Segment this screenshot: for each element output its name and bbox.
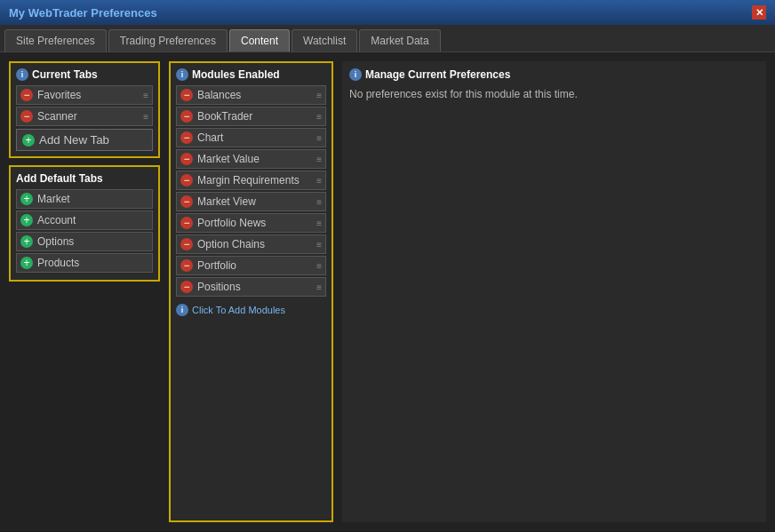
remove-positions-icon[interactable]: − [180, 281, 193, 293]
module-portfolio[interactable]: − Portfolio ≡ [176, 256, 326, 275]
remove-scanner-icon[interactable]: − [20, 110, 33, 123]
booktrader-drag[interactable]: ≡ [316, 112, 322, 122]
market-view-drag[interactable]: ≡ [316, 197, 322, 207]
balances-label: Balances [197, 89, 241, 101]
tabs-bar: Site Preferences Trading Preferences Con… [0, 25, 775, 52]
products-label: Products [37, 257, 79, 269]
market-label: Market [37, 193, 70, 205]
positions-drag[interactable]: ≡ [316, 282, 322, 292]
click-add-info-icon: i [176, 304, 188, 316]
remove-margin-icon[interactable]: − [180, 174, 193, 187]
margin-requirements-label: Margin Requirements [197, 174, 300, 187]
portfolio-drag[interactable]: ≡ [316, 261, 322, 271]
module-chart[interactable]: − Chart ≡ [176, 128, 326, 147]
chart-drag[interactable]: ≡ [316, 133, 322, 143]
modules-title: Modules Enabled [192, 68, 280, 81]
module-option-chains[interactable]: − Option Chains ≡ [176, 234, 326, 254]
module-portfolio-news[interactable]: − Portfolio News ≡ [176, 213, 326, 233]
booktrader-label: BookTrader [197, 110, 252, 123]
tab-content[interactable]: Content [229, 29, 290, 52]
modules-enabled-header: i Modules Enabled [176, 68, 326, 81]
favorites-drag-handle[interactable]: ≡ [143, 91, 148, 100]
balances-drag[interactable]: ≡ [316, 91, 322, 100]
add-market-icon[interactable]: + [20, 193, 33, 205]
add-account-icon[interactable]: + [20, 214, 33, 226]
remove-option-chains-icon[interactable]: − [180, 238, 193, 250]
portfolio-label: Portfolio [197, 259, 236, 272]
options-label: Options [37, 235, 74, 248]
module-market-view[interactable]: − Market View ≡ [176, 192, 326, 211]
module-market-value[interactable]: − Market Value ≡ [176, 149, 326, 169]
add-new-tab-button[interactable]: + Add New Tab [16, 129, 153, 151]
manage-preferences-header: i Manage Current Preferences [349, 68, 759, 81]
click-add-label: Click To Add Modules [192, 305, 285, 315]
tab-item-scanner[interactable]: − Scanner ≡ [16, 107, 153, 126]
scanner-drag-handle[interactable]: ≡ [143, 112, 148, 122]
option-chains-label: Option Chains [197, 238, 265, 250]
remove-booktrader-icon[interactable]: − [180, 110, 193, 123]
manage-preferences-title: Manage Current Preferences [365, 68, 510, 81]
module-positions[interactable]: − Positions ≡ [176, 277, 326, 297]
add-options-icon[interactable]: + [20, 235, 33, 248]
portfolio-news-label: Portfolio News [197, 217, 266, 229]
current-tabs-section: i Current Tabs − Favorites ≡ − Scanner ≡ [9, 61, 160, 158]
chart-label: Chart [197, 131, 223, 144]
main-content: i Current Tabs − Favorites ≡ − Scanner ≡ [0, 52, 775, 531]
market-view-label: Market View [197, 195, 256, 208]
current-tabs-header: i Current Tabs [16, 68, 153, 81]
tab-watchlist[interactable]: Watchlist [292, 29, 357, 52]
add-tab-plus-icon: + [22, 134, 35, 147]
tab-item-favorites[interactable]: − Favorites ≡ [16, 85, 153, 105]
window-title: My WebTrader Preferences [9, 6, 157, 20]
remove-market-value-icon[interactable]: − [180, 153, 193, 165]
click-to-add-modules[interactable]: i Click To Add Modules [176, 304, 326, 316]
left-panel: i Current Tabs − Favorites ≡ − Scanner ≡ [9, 61, 160, 522]
remove-portfolio-icon[interactable]: − [180, 259, 193, 272]
module-margin-requirements[interactable]: − Margin Requirements ≡ [176, 171, 326, 190]
default-tab-market[interactable]: + Market [16, 189, 153, 209]
market-value-label: Market Value [197, 153, 260, 165]
favorites-label: Favorites [37, 89, 81, 101]
manage-preferences-panel: i Manage Current Preferences No preferen… [342, 61, 766, 522]
account-label: Account [37, 214, 76, 226]
title-bar: My WebTrader Preferences ✕ [0, 0, 775, 25]
modules-enabled-panel: i Modules Enabled − Balances ≡ − BookTra… [169, 61, 333, 522]
current-tabs-title: Current Tabs [32, 68, 98, 81]
modules-info-icon: i [176, 68, 188, 81]
tab-trading-preferences[interactable]: Trading Preferences [108, 29, 228, 52]
current-tabs-info-icon: i [16, 68, 28, 81]
default-tab-account[interactable]: + Account [16, 210, 153, 230]
add-default-tabs-section: Add Default Tabs + Market + Account + Op… [9, 165, 160, 282]
module-booktrader[interactable]: − BookTrader ≡ [176, 107, 326, 126]
module-balances[interactable]: − Balances ≡ [176, 85, 326, 105]
remove-chart-icon[interactable]: − [180, 131, 193, 144]
remove-balances-icon[interactable]: − [180, 89, 193, 101]
market-value-drag[interactable]: ≡ [316, 155, 322, 164]
margin-drag[interactable]: ≡ [316, 176, 322, 186]
positions-label: Positions [197, 281, 241, 293]
portfolio-news-drag[interactable]: ≡ [316, 218, 322, 228]
option-chains-drag[interactable]: ≡ [316, 240, 322, 250]
add-default-tabs-header: Add Default Tabs [16, 172, 153, 185]
remove-market-view-icon[interactable]: − [180, 195, 193, 208]
default-tab-products[interactable]: + Products [16, 253, 153, 273]
default-tab-options[interactable]: + Options [16, 232, 153, 251]
manage-preferences-message: No preferences exist for this module at … [349, 88, 759, 100]
close-button[interactable]: ✕ [752, 5, 766, 20]
add-products-icon[interactable]: + [20, 257, 33, 269]
add-tab-label: Add New Tab [39, 133, 109, 147]
manage-info-icon: i [349, 68, 362, 81]
remove-portfolio-news-icon[interactable]: − [180, 217, 193, 229]
scanner-label: Scanner [37, 110, 77, 123]
tab-site-preferences[interactable]: Site Preferences [4, 29, 107, 52]
tab-market-data[interactable]: Market Data [359, 29, 440, 52]
remove-favorites-icon[interactable]: − [20, 89, 33, 101]
